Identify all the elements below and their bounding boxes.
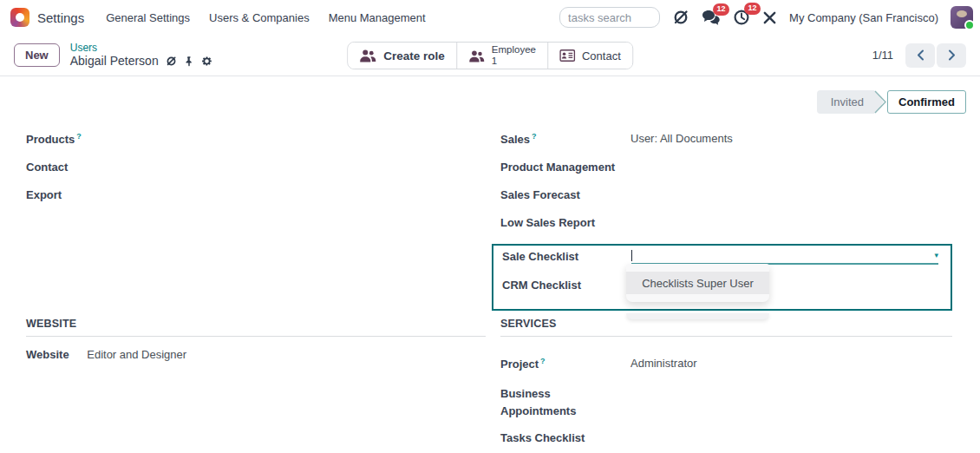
messages-badge: 12	[713, 3, 729, 16]
dropdown-item-checklists-super-user[interactable]: Checklists Super User	[626, 272, 769, 294]
employee-count: 1	[492, 56, 536, 67]
user-avatar[interactable]	[951, 6, 973, 29]
field-low-sales-report: Low Sales Report	[500, 216, 595, 229]
statusbar: Invited Confirmed	[817, 90, 966, 114]
field-business-appointments-label: Business Appointments	[500, 387, 576, 417]
status-step-invited[interactable]: Invited	[817, 90, 874, 114]
contact-card-icon	[559, 49, 575, 62]
field-products-label: Products	[26, 133, 75, 146]
section-services: SERVICES	[500, 318, 952, 337]
field-sales-label: Sales	[500, 133, 530, 146]
field-product-management: Product Management	[500, 161, 615, 174]
help-icon: ?	[540, 357, 546, 365]
messages-icon[interactable]: 12	[702, 10, 721, 25]
field-business-appointments: Business Appointments	[500, 385, 613, 419]
control-panel: New Users Abigail Peterson	[0, 35, 980, 76]
field-sales: Sales?User: All Documents	[500, 132, 733, 146]
field-product-management-label: Product Management	[500, 161, 615, 174]
field-export-label: Export	[26, 188, 62, 201]
employee-stat-button[interactable]: Employee 1	[456, 43, 547, 69]
section-website: WEBSITE	[26, 318, 486, 337]
field-sales-value[interactable]: User: All Documents	[630, 132, 733, 145]
field-contact-label: Contact	[26, 161, 68, 174]
field-website-label: Website	[26, 348, 69, 361]
field-website-value[interactable]: Editor and Designer	[87, 348, 186, 361]
field-website: Website Editor and Designer	[26, 348, 186, 361]
studio-refresh-icon[interactable]	[166, 56, 177, 67]
activities-icon[interactable]: 12	[733, 9, 750, 26]
app-name[interactable]: Settings	[37, 10, 84, 25]
pager-value[interactable]: 1/11	[872, 49, 893, 62]
field-project-label: Project	[500, 358, 539, 371]
statusbar-arrow-icon	[874, 90, 887, 114]
field-export: Export	[26, 188, 62, 201]
stat-button-group: Create role Employee 1 Contact	[347, 42, 633, 69]
employees-icon	[468, 49, 485, 62]
breadcrumb: Users Abigail Peterson	[70, 42, 212, 69]
pin-icon[interactable]	[184, 56, 194, 67]
users-form-page: Settings General Settings Users & Compan…	[0, 0, 980, 453]
field-contact: Contact	[26, 161, 68, 174]
menu-general-settings[interactable]: General Settings	[106, 11, 190, 24]
field-project: Project?Administrator	[500, 357, 697, 371]
field-products: Products?	[26, 132, 82, 146]
help-icon: ?	[532, 132, 537, 141]
tools-icon[interactable]	[762, 10, 777, 25]
menu-menu-management[interactable]: Menu Management	[329, 11, 426, 24]
field-project-value[interactable]: Administrator	[630, 357, 697, 370]
status-step-confirmed[interactable]: Confirmed	[887, 90, 966, 114]
sale-checklist-combobox[interactable]: ▾	[631, 248, 938, 265]
gear-icon[interactable]	[201, 56, 212, 67]
company-switcher[interactable]: My Company (San Francisco)	[789, 11, 938, 24]
activities-badge: 12	[744, 3, 761, 15]
field-sales-forecast-label: Sales Forecast	[500, 188, 580, 201]
record-name: Abigail Peterson	[70, 54, 159, 69]
field-tasks-checklist: Tasks Checklist	[500, 431, 585, 444]
field-low-sales-report-label: Low Sales Report	[500, 216, 595, 229]
contact-stat-button[interactable]: Contact	[547, 43, 632, 69]
group-icon	[359, 49, 376, 62]
top-navbar: Settings General Settings Users & Compan…	[0, 0, 980, 35]
pager-previous-button[interactable]	[905, 43, 935, 68]
text-cursor	[631, 250, 632, 261]
settings-app-icon[interactable]	[10, 8, 29, 27]
breadcrumb-users-link[interactable]: Users	[70, 42, 212, 54]
create-role-label: Create role	[383, 49, 445, 62]
field-tasks-checklist-label: Tasks Checklist	[500, 431, 585, 444]
systray: 12 12 My Company (San Francisco)	[559, 6, 973, 29]
help-icon: ?	[76, 132, 82, 141]
field-sale-checklist-label: Sale Checklist	[502, 250, 578, 263]
sync-icon[interactable]	[672, 9, 689, 26]
new-button[interactable]: New	[14, 43, 60, 67]
dropdown-caret-icon[interactable]: ▾	[934, 252, 938, 259]
contact-label: Contact	[582, 49, 621, 62]
autocomplete-dropdown: Checklists Super User	[626, 264, 769, 302]
search-input[interactable]	[559, 7, 660, 28]
pager-next-button[interactable]	[937, 43, 966, 68]
pager: 1/11	[872, 43, 966, 68]
employee-label: Employee	[492, 44, 536, 56]
dropdown-shadow	[626, 313, 769, 319]
menu-users-companies[interactable]: Users & Companies	[209, 11, 310, 24]
create-role-button[interactable]: Create role	[348, 43, 456, 69]
field-sales-forecast: Sales Forecast	[500, 188, 580, 201]
field-crm-checklist-label: CRM Checklist	[502, 279, 581, 292]
